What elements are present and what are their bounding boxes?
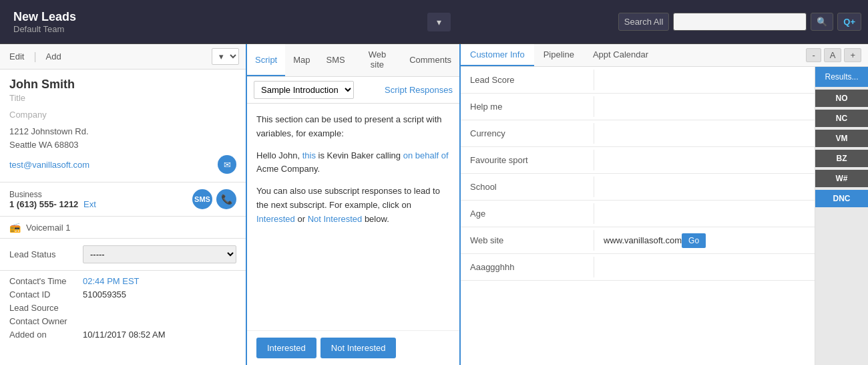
result-badge[interactable]: NC [815,110,868,127]
address-line2: Seattle WA 68803 [9,138,236,152]
script-link-not-interested[interactable]: Not Interested [308,214,363,224]
phone-icon: 📞 [221,194,232,205]
tab-website[interactable]: Web site [353,44,401,76]
phone-ext[interactable]: Ext [83,199,96,209]
email-icon-button[interactable]: ✉ [218,155,236,174]
script-paragraph-3: You can also use subscript responses to … [256,185,450,226]
interested-button[interactable]: Interested [256,338,316,358]
add-button[interactable]: Add [43,50,64,63]
search-input[interactable] [673,13,807,31]
field-value [594,75,815,86]
contact-id-row: Contact ID 510059355 [9,289,236,299]
tab-comments[interactable]: Comments [401,44,459,76]
lead-status-select[interactable]: ----- [83,245,236,263]
address-line1: 1212 Johnstown Rd. [9,125,236,138]
sms-button[interactable]: SMS [192,189,212,209]
field-name: Web site [461,230,594,251]
result-badge[interactable]: VM [815,130,868,147]
tab-customer-info[interactable]: Customer Info [461,44,534,66]
script-dropdown[interactable]: Sample Introduction [254,81,354,99]
script-panel-tabs: Script Map SMS Web site Comments [247,44,459,77]
contact-meta: Contact's Time 02:44 PM EST Contact ID 5… [0,271,246,348]
script-paragraph-2: Hello John, this is Kevin Baker calling … [256,149,450,177]
field-name: Currency [461,123,594,144]
script-responses-button[interactable]: Script Responses [385,85,453,95]
tab-appt-calendar[interactable]: Appt Calendar [584,44,658,66]
script-link-this[interactable]: this [302,150,316,160]
lead-status-label: Lead Status [9,249,76,259]
result-badges: NONCVMBZW#DNC [815,87,868,207]
contacts-time-label: Contact's Time [9,276,83,286]
result-badge[interactable]: BZ [815,150,868,167]
not-interested-button[interactable]: Not Interested [320,338,397,358]
phone-section: Business 1 (613) 555- 1212 Ext SMS 📞 [0,182,246,217]
customer-info-table: Lead ScoreHelp meCurrencyFavourite sport… [461,67,815,365]
lead-status-row: Lead Status ----- [9,245,236,263]
toolbar-dropdown[interactable]: ▾ [212,48,239,65]
added-on-value: 10/11/2017 08:52 AM [83,330,166,340]
voicemail-section: 📻 Voicemail 1 [0,217,246,239]
field-name: Favourite sport [461,150,594,170]
field-name: Lead Score [461,70,594,90]
sms-icon: SMS [194,195,210,203]
voicemail-icon: 📻 [9,222,21,233]
right-tab-actions: - A + [806,48,868,62]
info-row: Web sitewww.vanillasoft.comGo [461,227,815,254]
center-dropdown-button[interactable]: ▾ [427,13,451,31]
field-value [594,155,815,166]
tab-pipeline[interactable]: Pipeline [534,44,584,66]
right-panel-tabs: Customer Info Pipeline Appt Calendar - A… [461,44,868,67]
top-bar: New Leads Default Team ▾ Search All 🔍 Q+ [0,0,868,44]
phone-actions: SMS 📞 [192,189,236,209]
phone-number-row: 1 (613) 555- 1212 Ext [9,199,96,209]
info-row: Lead Score [461,67,815,94]
go-button[interactable]: Go [682,233,706,248]
contact-id-value: 510059355 [83,289,126,299]
size-decrease-button[interactable]: - [806,48,821,62]
script-link-interested[interactable]: Interested [256,214,295,224]
contact-name: John Smith [9,78,236,92]
contacts-time-row: Contact's Time 02:44 PM EST [9,276,236,286]
info-row: Age [461,201,815,227]
result-badge[interactable]: DNC [815,190,868,207]
info-row: Aaaggghhh [461,254,815,281]
search-type-dropdown[interactable]: Search All [618,13,670,31]
app-subtitle: Default Team [13,24,254,34]
contact-email[interactable]: test@vanillasoft.com [9,160,89,170]
tab-script[interactable]: Script [247,44,285,76]
results-sidebar: Results... NONCVMBZW#DNC [815,67,868,365]
field-name: Age [461,203,594,224]
main-layout: Edit | Add ▾ John Smith Title Company 12… [0,44,868,365]
top-bar-center: ▾ [260,13,618,31]
field-name: Aaaggghhh [461,257,594,277]
info-row: Favourite sport [461,147,815,174]
script-toolbar: Sample Introduction Script Responses [247,77,459,104]
result-badge[interactable]: NO [815,90,868,107]
size-increase-button[interactable]: + [844,48,861,62]
edit-button[interactable]: Edit [7,50,27,63]
contact-owner-row: Contact Owner [9,316,236,326]
result-badge[interactable]: W# [815,170,868,187]
size-reset-button[interactable]: A [824,48,842,62]
contact-company: Company [9,110,236,120]
phone-number: 1 (613) 555- 1212 [9,199,78,209]
field-value [594,209,815,219]
contacts-time-value: 02:44 PM EST [83,276,140,286]
tab-sms[interactable]: SMS [318,44,353,76]
script-paragraph-1: This section can be used to present a sc… [256,113,450,141]
contact-info: John Smith Title Company 1212 Johnstown … [0,70,246,182]
script-link-behalf[interactable]: on behalf of [403,150,449,160]
app-title: New Leads [13,10,254,24]
results-header[interactable]: Results... [815,67,868,87]
tab-map[interactable]: Map [285,44,318,76]
field-value [594,102,815,112]
search-plus-button[interactable]: Q+ [837,13,861,31]
call-button[interactable]: 📞 [216,189,236,209]
contact-email-row: test@vanillasoft.com ✉ [9,155,236,174]
phone-label: Business [9,190,96,199]
info-row: Help me [461,94,815,120]
app-title-section: New Leads Default Team [7,5,260,39]
left-toolbar: Edit | Add ▾ [0,44,246,70]
search-button[interactable]: 🔍 [811,13,833,31]
contact-address: 1212 Johnstown Rd. Seattle WA 68803 [9,125,236,151]
